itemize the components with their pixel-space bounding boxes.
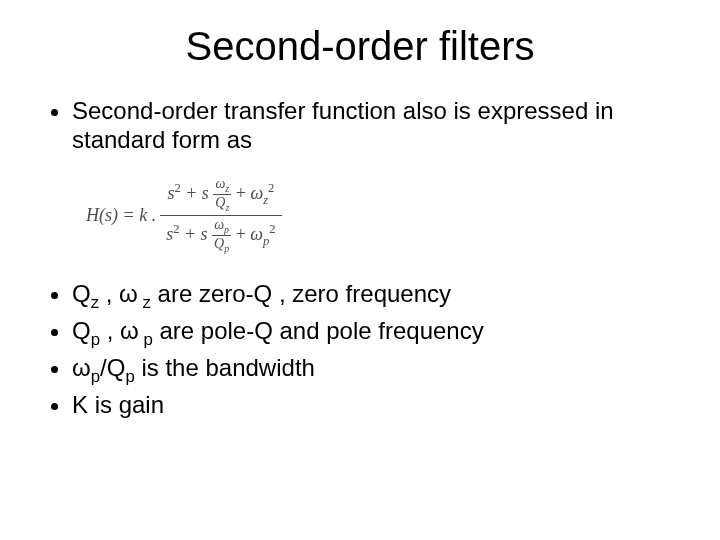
eq-sq2: 2 (268, 181, 274, 195)
txt: /Q (100, 354, 125, 381)
eq-plus-s: + s (181, 183, 209, 203)
bullet-bandwidth: ωp/Qp is the bandwidth (72, 354, 672, 387)
eq-z: z (225, 182, 229, 193)
txt: , (99, 280, 119, 307)
txt: Q (72, 280, 91, 307)
bullet-list-top: Second-order transfer function also is e… (48, 97, 672, 155)
slide: Second-order filters Second-order transf… (0, 0, 720, 540)
intro-bullet: Second-order transfer function also is e… (72, 97, 672, 155)
omega-icon: ω (72, 354, 91, 381)
sub-p: p (91, 330, 100, 349)
sub-z: z (143, 293, 151, 312)
sub-p: p (91, 367, 100, 386)
bullet-gain: K is gain (72, 391, 672, 420)
txt: are pole-Q and pole frequency (153, 317, 484, 344)
eq-omega2: ω (250, 183, 263, 203)
transfer-function-equation: H(s) = k . s2 + s ωz Qz + ωz2 s2 + s ωp … (86, 177, 672, 254)
eq-Q: Q (215, 195, 225, 210)
txt: , (100, 317, 120, 344)
eq-main-fraction: s2 + s ωz Qz + ωz2 s2 + s ωp Qp + ωp2 (160, 177, 281, 254)
eq-omega4: ω (250, 224, 263, 244)
omega-icon: ω (120, 317, 139, 344)
sub-z: z (91, 293, 99, 312)
eq-Q2: Q (214, 236, 224, 251)
eq-sq4: 2 (269, 222, 275, 236)
txt: are zero-Q , zero frequency (151, 280, 451, 307)
eq-plus-s2: + s (179, 224, 207, 244)
sub-p: p (143, 330, 152, 349)
omega-icon: ω (119, 280, 138, 307)
eq-lhs: H(s) = k . (86, 205, 156, 226)
sub-p: p (125, 367, 134, 386)
bullet-qz: Qz , ω z are zero-Q , zero frequency (72, 280, 672, 313)
bullet-qp: Qp , ω p are pole-Q and pole frequency (72, 317, 672, 350)
eq-wz-over-qz: ωz Qz (213, 177, 231, 213)
bullet-list-bottom: Qz , ω z are zero-Q , zero frequency Qp … (48, 280, 672, 420)
txt: Q (72, 317, 91, 344)
eq-z2: z (225, 202, 229, 213)
eq-p: p (224, 224, 229, 235)
eq-omega: ω (215, 176, 225, 191)
eq-omega3: ω (214, 217, 224, 232)
eq-wp-over-qp: ωp Qp (212, 218, 231, 254)
slide-title: Second-order filters (48, 24, 672, 69)
txt: is the bandwidth (135, 354, 315, 381)
eq-p2: p (224, 243, 229, 254)
